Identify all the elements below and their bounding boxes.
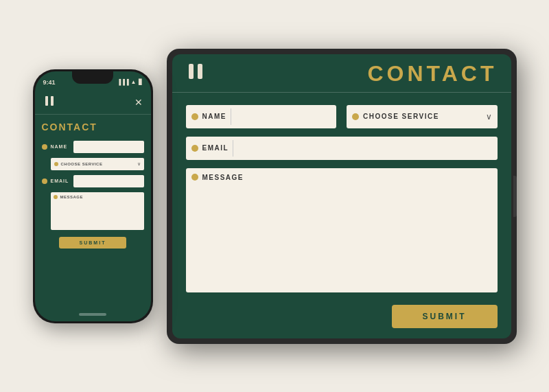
tablet-name-field: NAME	[186, 105, 337, 128]
phone-service-label: CHOOSE SERVICE	[61, 162, 137, 166]
tablet-email-row: EMAIL	[186, 137, 498, 160]
phone-message-field: MESSAGE	[51, 192, 144, 230]
phone-status-icons: ▐▐▐ ▲ ▊	[117, 79, 143, 85]
home-indicator	[79, 313, 106, 316]
phone-device: 9:41 ▐▐▐ ▲ ▊ ✕ CONTACT	[33, 69, 153, 323]
phone-email-row: EMAIL	[42, 175, 144, 187]
tablet-device: CONTACT NAME CHOOSE SERVICE ∨	[167, 49, 517, 344]
phone-logo	[43, 95, 56, 110]
tablet-email-dot	[191, 145, 198, 152]
service-arrow-icon: ∨	[137, 161, 141, 167]
phone-submit-button[interactable]: SUBMIT	[59, 237, 127, 249]
phone-time: 9:41	[43, 79, 56, 86]
phone-bottom-bar	[35, 308, 151, 321]
tablet-power-button	[513, 176, 517, 217]
phone-name-input[interactable]	[73, 141, 144, 153]
phone-name-label: NAME	[51, 144, 70, 149]
tablet-bottom-row: SUBMIT	[172, 305, 511, 338]
message-dot	[54, 195, 58, 199]
tablet-header: CONTACT	[172, 54, 511, 93]
tablet-email-label: EMAIL	[202, 144, 229, 152]
svg-rect-2	[189, 64, 194, 79]
tablet-name-dot	[191, 113, 198, 120]
phone-email-input[interactable]	[73, 175, 144, 187]
tablet-email-field: EMAIL	[186, 137, 498, 160]
tablet-submit-button[interactable]: SUBMIT	[392, 305, 498, 328]
tablet-service-label: CHOOSE SERVICE	[363, 113, 482, 120]
tablet-service-field[interactable]: CHOOSE SERVICE ∨	[347, 105, 498, 128]
phone-message-label: MESSAGE	[60, 195, 84, 227]
name-dot	[42, 144, 47, 150]
tablet-message-label: MESSAGE	[202, 174, 244, 181]
wifi-icon: ▲	[131, 79, 137, 85]
tablet-email-input[interactable]	[233, 140, 491, 157]
phone-content: CONTACT NAME CHOOSE SERVICE ∨ EMAIL	[35, 115, 151, 308]
tablet-name-input[interactable]	[231, 108, 331, 125]
battery-icon: ▊	[139, 79, 143, 85]
service-dropdown-arrow-icon: ∨	[486, 112, 492, 122]
tablet-message-field: MESSAGE	[186, 168, 498, 292]
tablet-logo	[186, 62, 205, 91]
signal-icon: ▐▐▐	[117, 79, 129, 85]
svg-rect-1	[51, 96, 54, 106]
phone-header: ✕	[35, 91, 151, 115]
tablet-page-title: CONTACT	[367, 61, 497, 92]
svg-rect-3	[198, 64, 202, 79]
phone-notch	[72, 71, 113, 84]
close-icon[interactable]: ✕	[135, 97, 143, 108]
phone-page-title: CONTACT	[42, 122, 144, 132]
phone-email-label: EMAIL	[51, 178, 70, 183]
phone-submit-row: SUBMIT	[42, 237, 144, 249]
service-dot	[54, 162, 58, 166]
phone-service-row[interactable]: CHOOSE SERVICE ∨	[51, 158, 144, 170]
tablet-row-1: NAME CHOOSE SERVICE ∨	[186, 105, 498, 128]
phone-name-row: NAME	[42, 141, 144, 153]
tablet-service-dot	[352, 113, 359, 120]
svg-rect-0	[45, 96, 48, 106]
tablet-name-label: NAME	[202, 113, 226, 120]
tablet-form: NAME CHOOSE SERVICE ∨ EMAIL	[172, 93, 511, 305]
tablet-message-dot	[191, 174, 198, 181]
email-dot	[42, 178, 47, 184]
